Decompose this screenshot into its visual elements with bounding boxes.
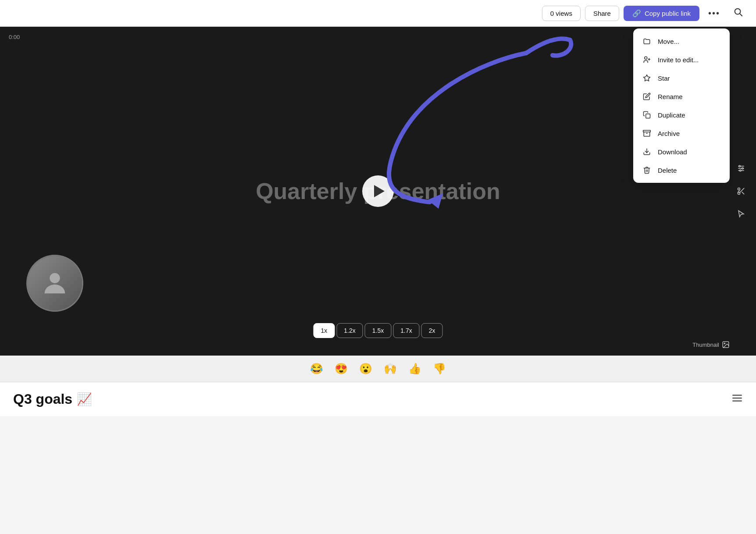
footer-title-emoji: 📈	[77, 392, 92, 406]
adjustments-button[interactable]	[733, 160, 749, 176]
dropdown-item-duplicate-label: Duplicate	[658, 111, 685, 119]
svg-marker-5	[644, 75, 650, 81]
svg-point-17	[738, 188, 740, 190]
speed-1-7x-button[interactable]: 1.7x	[393, 323, 419, 338]
avatar-placeholder	[28, 256, 82, 310]
link-icon: 🔗	[632, 9, 641, 18]
dropdown-item-archive[interactable]: Archive	[633, 124, 730, 142]
speed-1x-button[interactable]: 1x	[314, 323, 335, 338]
speed-controls: 1x 1.2x 1.5x 1.7x 2x	[314, 323, 443, 338]
svg-point-15	[742, 167, 743, 169]
duplicate-icon	[642, 111, 652, 119]
scissors-button[interactable]	[733, 183, 749, 199]
footer: Q3 goals 📈	[0, 382, 756, 416]
dropdown-item-rename[interactable]: Rename	[633, 87, 730, 106]
right-toolbar	[733, 160, 749, 222]
folder-icon	[642, 37, 652, 45]
svg-line-20	[742, 192, 744, 194]
trash-icon	[642, 166, 652, 174]
emoji-laugh-button[interactable]: 😂	[307, 361, 327, 377]
views-button[interactable]: 0 views	[542, 6, 581, 21]
speed-1-5x-button[interactable]: 1.5x	[365, 323, 391, 338]
svg-point-10	[50, 273, 60, 283]
svg-point-2	[645, 57, 647, 59]
dropdown-item-rename-label: Rename	[658, 93, 683, 100]
dropdown-item-invite[interactable]: Invite to edit...	[633, 50, 730, 69]
dropdown-menu: Move... Invite to edit... Star	[633, 28, 730, 183]
more-options-button[interactable]: •••	[704, 6, 724, 21]
thumbnail-label[interactable]: Thumbnail	[692, 341, 730, 349]
emoji-thumbs-down-button[interactable]: 👎	[429, 361, 449, 377]
download-icon	[642, 148, 652, 156]
svg-point-14	[739, 165, 740, 167]
play-button[interactable]	[362, 175, 394, 207]
footer-title: Q3 goals 📈	[13, 391, 92, 407]
pencil-icon	[642, 93, 652, 100]
svg-rect-6	[646, 114, 650, 118]
svg-point-16	[740, 170, 741, 171]
copy-link-button[interactable]: 🔗 Copy public link	[624, 6, 699, 21]
dropdown-item-invite-label: Invite to edit...	[658, 56, 699, 64]
person-plus-icon	[642, 56, 652, 64]
dropdown-item-archive-label: Archive	[658, 130, 680, 137]
dropdown-item-delete[interactable]: Delete	[633, 161, 730, 179]
emoji-bar: 😂 😍 😮 🙌 👍 👎	[0, 356, 756, 382]
presenter-avatar	[26, 255, 83, 312]
emoji-surprised-button[interactable]: 😮	[356, 361, 376, 377]
emoji-heart-eyes-button[interactable]: 😍	[331, 361, 351, 377]
speed-1-2x-button[interactable]: 1.2x	[336, 323, 363, 338]
share-button[interactable]: Share	[585, 6, 619, 21]
archive-icon	[642, 129, 652, 137]
dropdown-item-download[interactable]: Download	[633, 142, 730, 161]
cursor-button[interactable]	[733, 206, 749, 222]
emoji-raised-hands-button[interactable]: 🙌	[380, 361, 400, 377]
dropdown-item-delete-label: Delete	[658, 167, 677, 174]
svg-point-23	[724, 343, 725, 344]
video-timestamp: 0:00	[9, 34, 20, 40]
list-icon-button[interactable]	[731, 392, 743, 406]
svg-rect-7	[643, 130, 651, 132]
svg-line-1	[740, 14, 742, 16]
play-triangle-icon	[374, 185, 385, 197]
star-icon	[642, 74, 652, 82]
header: 0 views Share 🔗 Copy public link ••• Mov…	[0, 0, 756, 27]
search-button[interactable]	[729, 4, 747, 22]
dropdown-item-move-label: Move...	[658, 38, 679, 45]
speed-2x-button[interactable]: 2x	[421, 323, 443, 338]
dropdown-item-star[interactable]: Star	[633, 69, 730, 87]
emoji-thumbs-up-button[interactable]: 👍	[405, 361, 425, 377]
dropdown-item-star-label: Star	[658, 75, 670, 82]
dropdown-item-download-label: Download	[658, 148, 687, 156]
dropdown-item-duplicate[interactable]: Duplicate	[633, 106, 730, 124]
dropdown-item-move[interactable]: Move...	[633, 32, 730, 50]
